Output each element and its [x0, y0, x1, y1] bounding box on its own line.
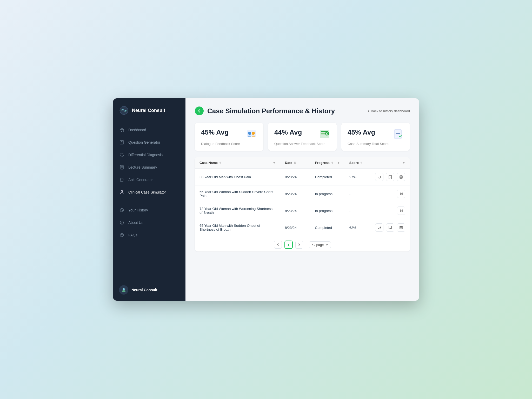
col-header-progress: Progress ⇅ ▼	[310, 157, 344, 169]
sort-icon-date[interactable]: ⇅	[294, 161, 296, 164]
svg-point-17	[123, 288, 125, 290]
sidebar-item-dashboard-label: Dashboard	[128, 128, 146, 132]
retry-button[interactable]	[375, 173, 383, 181]
sidebar-item-question-generator-label: Question Generator	[128, 140, 160, 144]
sidebar-item-about-us[interactable]: About Us	[113, 216, 185, 229]
col-header-date: Date ⇅	[280, 157, 310, 169]
stat-value-dialogue: 45% Avg	[201, 128, 229, 136]
table-row: 58 Year Old Man with Chest Pain8/23/24Co…	[195, 169, 410, 185]
date-cell: 8/23/24	[280, 169, 310, 185]
score-cell: 27%	[345, 169, 370, 185]
dialogue-icon	[246, 128, 257, 140]
svg-point-10	[121, 190, 123, 192]
bookmark-button[interactable]	[386, 223, 394, 232]
info-icon	[119, 220, 125, 225]
sort-icon-score[interactable]: ⇅	[360, 161, 362, 164]
sidebar-item-question-generator[interactable]: Question Generator	[113, 136, 185, 149]
sidebar-item-differential-diagnosis[interactable]: Differential Diagnosis	[113, 149, 185, 161]
sidebar: Neural Consult Dashboard	[113, 98, 185, 301]
sidebar-nav: Dashboard Question Generator	[113, 122, 185, 281]
filter-icon-actions[interactable]: ▼	[402, 161, 405, 164]
page-header: Case Simulation Performance & History Ba…	[195, 107, 410, 115]
actions-cell	[370, 219, 410, 236]
sort-icon-progress[interactable]: ⇅	[331, 161, 333, 164]
heart-icon	[119, 152, 125, 158]
prev-page-button[interactable]	[274, 241, 282, 249]
logo-icon	[119, 105, 129, 115]
person-medical-icon	[119, 189, 125, 195]
sidebar-footer-name: Neural Consult	[131, 288, 157, 292]
sidebar-footer: Neural Consult	[113, 281, 185, 301]
progress-cell: Completed	[310, 219, 344, 236]
stat-value-summary: 45% Avg	[348, 128, 375, 136]
sidebar-item-your-history-label: Your History	[128, 208, 148, 212]
svg-rect-2	[121, 131, 122, 132]
sidebar-item-anki-generator-label: Anki Generator	[128, 178, 153, 182]
bookmark-button[interactable]	[386, 173, 394, 181]
sidebar-item-clinical-case-simulator[interactable]: Clinical Case Simulator	[113, 186, 185, 198]
stat-card-summary: 45% Avg Case Summary Total Score	[341, 123, 410, 151]
svg-rect-29	[394, 129, 402, 139]
back-to-history-link[interactable]: Back to history dashboard	[367, 109, 410, 113]
current-page[interactable]: 1	[284, 241, 293, 249]
actions-cell	[370, 185, 410, 202]
sidebar-item-anki-generator[interactable]: Anki Generator	[113, 174, 185, 186]
app-name: Neural Consult	[132, 108, 165, 113]
delete-button[interactable]	[397, 223, 405, 232]
main-content: Case Simulation Performance & History Ba…	[185, 98, 419, 301]
stat-label-dialogue: Dialogue Feedback Score	[201, 142, 257, 146]
sidebar-item-your-history[interactable]: Your History	[113, 204, 185, 216]
case-name-cell: 65 Year Old Woman with Sudden Severe Che…	[195, 185, 280, 202]
sidebar-item-faqs[interactable]: FAQs	[113, 229, 185, 241]
per-page-value: 5 / page	[312, 243, 324, 247]
sort-icon-case[interactable]: ⇅	[219, 161, 221, 164]
page-title: Case Simulation Performance & History	[207, 107, 363, 115]
faq-icon	[119, 232, 125, 238]
next-page-button[interactable]	[295, 241, 303, 249]
svg-text:Q: Q	[326, 132, 328, 136]
col-header-case-name: Case Name ⇅ ▼	[195, 157, 280, 169]
filter-icon-case[interactable]: ▼	[273, 161, 276, 164]
home-icon	[119, 127, 125, 133]
svg-point-16	[122, 236, 122, 236]
delete-button[interactable]	[397, 173, 405, 181]
svg-point-19	[248, 132, 251, 135]
case-name-cell: 58 Year Old Man with Chest Pain	[195, 169, 280, 185]
resume-button[interactable]	[397, 207, 405, 215]
resume-button[interactable]	[397, 190, 405, 198]
brain-icon	[119, 177, 125, 183]
retry-button[interactable]	[375, 223, 383, 232]
cases-table: Case Name ⇅ ▼ Date ⇅	[195, 157, 410, 236]
sidebar-item-clinical-case-simulator-label: Clinical Case Simulator	[128, 190, 166, 194]
sidebar-item-faqs-label: FAQs	[128, 233, 137, 237]
progress-cell: Completed	[310, 169, 344, 185]
filter-icon-progress[interactable]: ▼	[337, 161, 340, 164]
svg-rect-39	[400, 227, 402, 229]
sidebar-item-dashboard[interactable]: Dashboard	[113, 124, 185, 136]
avatar	[119, 285, 128, 295]
table-row: 65 Year Old Man with Sudden Onset of Sho…	[195, 219, 410, 236]
score-cell: -	[345, 185, 370, 202]
stat-card-qa: 44% Avg Q Question Answer Feedback Score	[268, 123, 337, 151]
pagination: 1 5 / page	[195, 236, 410, 251]
stat-label-summary: Case Summary Total Score	[348, 142, 404, 146]
question-icon	[119, 139, 125, 145]
date-cell: 8/23/24	[280, 219, 310, 236]
svg-rect-33	[400, 176, 402, 178]
svg-point-20	[252, 132, 255, 135]
score-cell: -	[345, 202, 370, 219]
sidebar-item-lecture-summary[interactable]: Lecture Summary	[113, 161, 185, 174]
stat-label-qa: Question Answer Feedback Score	[274, 142, 330, 146]
sidebar-item-differential-diagnosis-label: Differential Diagnosis	[128, 153, 163, 157]
stat-card-dialogue: 45% Avg Dialogue Feedback Score	[195, 123, 263, 151]
svg-point-14	[122, 222, 122, 222]
case-name-cell: 65 Year Old Man with Sudden Onset of Sho…	[195, 219, 280, 236]
col-header-score: Score ⇅	[345, 157, 370, 169]
score-cell: 62%	[345, 219, 370, 236]
svg-rect-21	[248, 136, 251, 137]
back-circle-button[interactable]	[195, 107, 204, 115]
cases-table-container: Case Name ⇅ ▼ Date ⇅	[195, 157, 410, 251]
table-row: 72 Year Old Woman with Worsening Shortne…	[195, 202, 410, 219]
per-page-select[interactable]: 5 / page	[309, 241, 331, 248]
sidebar-logo: Neural Consult	[113, 98, 185, 122]
